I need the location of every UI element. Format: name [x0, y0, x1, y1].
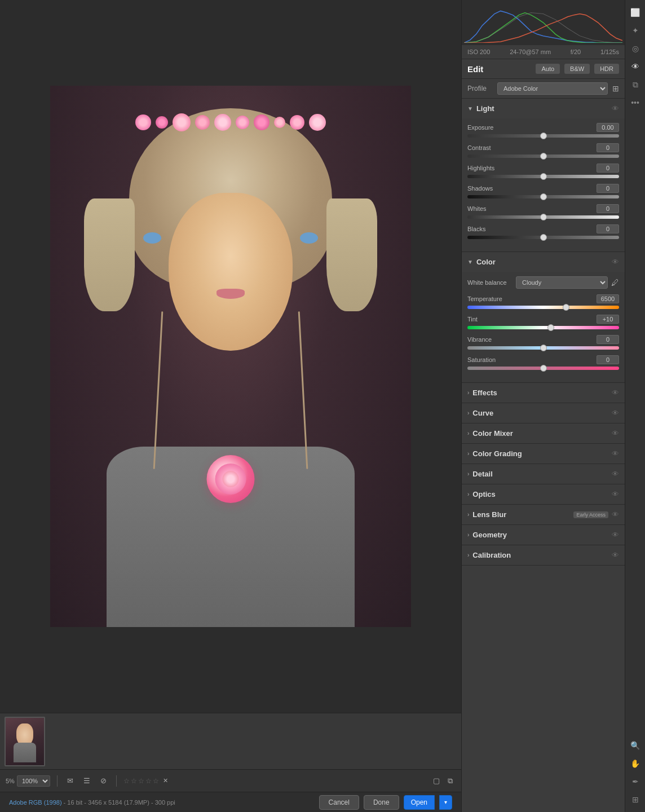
profile-row: Profile Adobe Color Adobe Landscape Adob…: [462, 79, 625, 99]
optics-section-header[interactable]: › Optics 👁: [462, 484, 625, 504]
tint-slider[interactable]: [467, 326, 619, 329]
light-section-body: Exposure 0.00 Contrast 0: [462, 118, 625, 251]
profile-grid-button[interactable]: ⊞: [612, 84, 619, 93]
tint-value[interactable]: +10: [597, 315, 619, 324]
star-4[interactable]: ☆: [145, 777, 152, 785]
color-grading-chevron: ›: [467, 451, 469, 457]
zoom-in-button[interactable]: 🔍: [628, 738, 643, 753]
saturation-slider[interactable]: [467, 367, 619, 370]
star-rating[interactable]: ☆ ☆ ☆ ☆ ☆ ✕: [123, 775, 171, 786]
geometry-eye-icon[interactable]: 👁: [612, 531, 619, 539]
detail-eye-icon[interactable]: 👁: [612, 470, 619, 478]
effects-eye-icon[interactable]: 👁: [612, 389, 619, 397]
blacks-slider[interactable]: [467, 236, 619, 239]
hand-tool-button[interactable]: ✋: [628, 756, 643, 771]
calibration-chevron: ›: [467, 552, 469, 558]
color-grading-eye-icon[interactable]: 👁: [612, 449, 619, 458]
cancel-button[interactable]: Cancel: [319, 795, 359, 810]
open-dropdown-button[interactable]: ▾: [439, 795, 452, 810]
highlights-slider[interactable]: [467, 175, 619, 178]
curve-eye-icon[interactable]: 👁: [612, 409, 619, 417]
detail-section: › Detail 👁: [462, 464, 625, 484]
bw-button[interactable]: B&W: [564, 64, 590, 74]
temperature-label: Temperature: [467, 295, 502, 302]
compare-view-button[interactable]: ⧉: [445, 775, 456, 787]
effects-section-title: Effects: [472, 389, 612, 397]
zoom-select[interactable]: 100% 50% 25% Fit Fill: [17, 775, 50, 787]
hdr-button[interactable]: HDR: [594, 64, 619, 74]
star-5[interactable]: ☆: [153, 777, 159, 785]
color-section-header[interactable]: ▼ Color 👁: [462, 252, 625, 272]
profile-select[interactable]: Adobe Color Adobe Landscape Adobe Portra…: [497, 82, 608, 95]
main-image: [50, 86, 411, 627]
auto-button[interactable]: Auto: [536, 64, 560, 74]
saturation-value[interactable]: 0: [597, 355, 619, 364]
more-tool-button[interactable]: •••: [628, 95, 643, 111]
filter-button[interactable]: ⊘: [98, 775, 109, 787]
eye-tool-button[interactable]: 👁: [628, 59, 643, 74]
compare-tool-button[interactable]: ⧉: [628, 77, 643, 92]
exposure-row: Exposure 0.00: [467, 123, 619, 138]
contrast-value[interactable]: 0: [597, 143, 619, 152]
contrast-slider[interactable]: [467, 155, 619, 158]
shadows-value[interactable]: 0: [597, 184, 619, 193]
color-mixer-section-header[interactable]: › Color Mixer 👁: [462, 423, 625, 443]
rating-clear-button[interactable]: ✕: [160, 775, 171, 786]
exposure-value[interactable]: 0.00: [597, 123, 619, 132]
calibration-eye-icon[interactable]: 👁: [612, 551, 619, 559]
vibrance-slider[interactable]: [467, 346, 619, 350]
light-eye-icon[interactable]: 👁: [612, 104, 619, 113]
highlights-value[interactable]: 0: [597, 164, 619, 173]
color-profile-link[interactable]: Adobe RGB (1998): [9, 799, 62, 806]
lens-blur-section-title: Lens Blur: [472, 510, 573, 519]
exposure-slider[interactable]: [467, 134, 619, 138]
blacks-value[interactable]: 0: [597, 224, 619, 233]
temperature-value[interactable]: 6500: [597, 294, 619, 303]
calibration-section: › Calibration 👁: [462, 545, 625, 566]
zoom-control: 5% 100% 50% 25% Fit Fill 100%: [6, 775, 50, 787]
filmstrip-item[interactable]: [5, 717, 45, 766]
effects-section-header[interactable]: › Effects 👁: [462, 383, 625, 403]
star-3[interactable]: ☆: [138, 777, 144, 785]
right-icons-panel: ⬜ ✦ ◎ 👁 ⧉ ••• 🔍 ✋ ✒ ⊞: [625, 0, 645, 812]
vibrance-value[interactable]: 0: [597, 335, 619, 344]
detail-section-header[interactable]: › Detail 👁: [462, 464, 625, 484]
color-mixer-chevron: ›: [467, 430, 469, 436]
highlights-row: Highlights 0: [467, 164, 619, 178]
light-section-header[interactable]: ▼ Light 👁: [462, 99, 625, 118]
color-eye-icon[interactable]: 👁: [612, 258, 619, 266]
whites-value[interactable]: 0: [597, 204, 619, 213]
color-grading-section-header[interactable]: › Color Grading 👁: [462, 444, 625, 464]
temperature-slider[interactable]: [467, 306, 619, 309]
geometry-section-header[interactable]: › Geometry 👁: [462, 525, 625, 545]
color-mixer-eye-icon[interactable]: 👁: [612, 429, 619, 438]
single-view-button[interactable]: ▢: [430, 775, 443, 787]
star-1[interactable]: ☆: [123, 777, 130, 785]
lens-blur-section-header[interactable]: › Lens Blur Early Access 👁: [462, 505, 625, 524]
photo-canvas: [0, 0, 461, 713]
optics-eye-icon[interactable]: 👁: [612, 490, 619, 498]
vibrance-row: Vibrance 0: [467, 335, 619, 350]
aperture-info: f/20: [571, 48, 581, 55]
whites-slider[interactable]: [467, 215, 619, 219]
email-button[interactable]: ✉: [64, 775, 76, 787]
status-info: Adobe RGB (1998) - 16 bit - 3456 x 5184 …: [9, 799, 175, 806]
masking-tool-button[interactable]: ◎: [628, 41, 643, 56]
view-buttons: ▢ ⧉: [430, 775, 456, 787]
tint-label: Tint: [467, 316, 478, 323]
shadows-slider[interactable]: [467, 195, 619, 198]
eyedropper-button[interactable]: 🖊: [611, 278, 619, 287]
crop-tool-button[interactable]: ⬜: [628, 5, 643, 20]
eyedropper-tool-button[interactable]: ✒: [628, 774, 643, 789]
grid-tool-button[interactable]: ⊞: [628, 792, 643, 807]
white-balance-select[interactable]: Cloudy Auto Daylight Shade Tungsten Fluo…: [516, 276, 608, 289]
open-button[interactable]: Open: [404, 795, 435, 810]
done-button[interactable]: Done: [364, 795, 399, 810]
calibration-section-header[interactable]: › Calibration 👁: [462, 545, 625, 565]
iso-info: ISO 200: [467, 48, 490, 55]
star-2[interactable]: ☆: [131, 777, 137, 785]
lens-blur-eye-icon[interactable]: 👁: [612, 510, 619, 519]
healing-tool-button[interactable]: ✦: [628, 23, 643, 38]
list-button[interactable]: ☰: [81, 775, 93, 787]
curve-section-header[interactable]: › Curve 👁: [462, 403, 625, 423]
